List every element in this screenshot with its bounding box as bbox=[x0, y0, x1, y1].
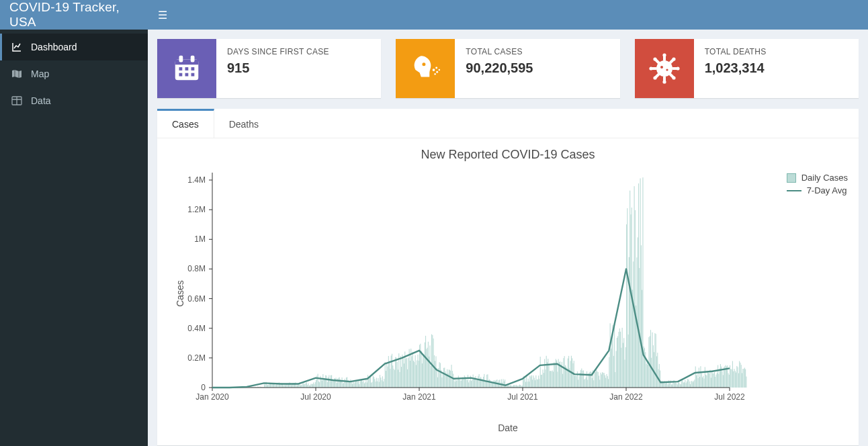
svg-rect-540 bbox=[647, 361, 648, 388]
svg-rect-339 bbox=[474, 378, 474, 388]
svg-rect-454 bbox=[572, 363, 573, 388]
svg-rect-278 bbox=[421, 351, 422, 388]
svg-rect-316 bbox=[453, 380, 454, 388]
svg-rect-495 bbox=[608, 379, 609, 388]
svg-rect-424 bbox=[547, 362, 548, 388]
svg-rect-508 bbox=[619, 328, 620, 388]
svg-rect-470 bbox=[587, 371, 587, 388]
svg-rect-651 bbox=[742, 369, 743, 388]
svg-rect-343 bbox=[477, 380, 478, 388]
svg-rect-341 bbox=[475, 376, 476, 388]
svg-rect-239 bbox=[388, 367, 388, 388]
svg-rect-97 bbox=[265, 385, 265, 388]
svg-rect-347 bbox=[480, 377, 481, 388]
svg-rect-141 bbox=[303, 383, 304, 388]
svg-rect-201 bbox=[355, 382, 355, 388]
svg-rect-551 bbox=[656, 356, 657, 388]
svg-point-34 bbox=[660, 66, 663, 69]
tab-cases[interactable]: Cases bbox=[157, 109, 214, 138]
svg-rect-152 bbox=[312, 384, 313, 388]
svg-rect-460 bbox=[578, 380, 578, 388]
svg-rect-625 bbox=[720, 364, 721, 388]
svg-rect-271 bbox=[415, 355, 416, 388]
svg-rect-247 bbox=[394, 370, 395, 388]
svg-rect-619 bbox=[715, 377, 715, 388]
svg-rect-437 bbox=[558, 359, 559, 388]
svg-rect-634 bbox=[728, 373, 728, 388]
svg-rect-548 bbox=[654, 352, 654, 388]
svg-rect-216 bbox=[367, 375, 368, 388]
menu-toggle-button[interactable]: ☰ bbox=[148, 0, 177, 30]
cough-icon bbox=[396, 39, 455, 98]
svg-rect-154 bbox=[314, 384, 314, 388]
svg-rect-401 bbox=[527, 382, 527, 388]
sidebar-item-map[interactable]: Map bbox=[0, 60, 148, 87]
svg-rect-386 bbox=[514, 385, 515, 388]
svg-rect-196 bbox=[350, 380, 351, 388]
tab-deaths[interactable]: Deaths bbox=[214, 109, 273, 138]
svg-rect-204 bbox=[357, 382, 358, 388]
svg-rect-586 bbox=[687, 382, 687, 388]
svg-rect-519 bbox=[629, 257, 630, 388]
svg-rect-288 bbox=[429, 345, 430, 388]
svg-rect-421 bbox=[544, 359, 545, 388]
svg-text:Jan 2022: Jan 2022 bbox=[609, 392, 643, 402]
svg-rect-283 bbox=[425, 336, 426, 388]
svg-rect-423 bbox=[546, 356, 547, 388]
svg-rect-179 bbox=[336, 377, 337, 388]
svg-rect-364 bbox=[495, 381, 496, 388]
svg-rect-502 bbox=[614, 326, 615, 388]
svg-rect-175 bbox=[332, 381, 333, 388]
svg-rect-501 bbox=[613, 356, 614, 388]
svg-rect-211 bbox=[363, 381, 364, 388]
svg-rect-265 bbox=[410, 361, 410, 388]
svg-rect-611 bbox=[708, 373, 709, 388]
svg-rect-623 bbox=[718, 374, 719, 388]
svg-rect-531 bbox=[639, 268, 640, 388]
sidebar-item-data[interactable]: Data bbox=[0, 87, 148, 114]
svg-rect-108 bbox=[274, 384, 275, 388]
svg-rect-400 bbox=[526, 376, 527, 388]
svg-point-26 bbox=[662, 53, 666, 56]
svg-rect-458 bbox=[576, 376, 577, 388]
svg-rect-4 bbox=[191, 56, 195, 62]
svg-rect-221 bbox=[372, 382, 372, 388]
svg-rect-555 bbox=[660, 371, 660, 388]
svg-rect-191 bbox=[346, 377, 347, 388]
svg-rect-581 bbox=[682, 380, 683, 388]
map-icon bbox=[11, 69, 23, 79]
svg-rect-467 bbox=[584, 380, 584, 388]
card-total-deaths: TOTAL DEATHS 1,023,314 bbox=[635, 39, 859, 98]
svg-rect-320 bbox=[457, 380, 458, 388]
svg-rect-8 bbox=[179, 73, 183, 77]
svg-point-14 bbox=[437, 71, 439, 73]
svg-rect-513 bbox=[623, 338, 624, 388]
svg-text:0.6M: 0.6M bbox=[187, 294, 206, 304]
svg-rect-277 bbox=[420, 344, 421, 388]
svg-text:Jul 2022: Jul 2022 bbox=[714, 392, 745, 402]
svg-rect-393 bbox=[520, 385, 521, 388]
svg-rect-564 bbox=[668, 385, 668, 388]
svg-rect-208 bbox=[361, 380, 361, 388]
svg-rect-174 bbox=[331, 375, 332, 388]
svg-rect-608 bbox=[705, 375, 706, 388]
svg-rect-241 bbox=[389, 361, 390, 388]
svg-rect-353 bbox=[486, 381, 486, 388]
svg-rect-186 bbox=[342, 377, 343, 388]
svg-text:Jan 2020: Jan 2020 bbox=[196, 392, 229, 402]
svg-rect-585 bbox=[686, 383, 687, 388]
svg-rect-240 bbox=[388, 356, 389, 388]
chart-plot: Cases 00.2M0.4M0.6M0.8M1M1.2M1.4MJan 202… bbox=[165, 166, 851, 421]
legend-swatch-line bbox=[787, 190, 801, 191]
calendar-icon bbox=[157, 39, 216, 98]
svg-rect-229 bbox=[379, 382, 380, 388]
svg-rect-447 bbox=[566, 370, 567, 388]
sidebar-item-label: Data bbox=[31, 95, 51, 106]
svg-rect-514 bbox=[624, 359, 625, 388]
svg-rect-163 bbox=[322, 380, 322, 388]
sidebar-item-dashboard[interactable]: Dashboard bbox=[0, 34, 148, 60]
svg-rect-167 bbox=[325, 375, 326, 388]
svg-rect-226 bbox=[376, 377, 377, 388]
svg-rect-123 bbox=[288, 384, 288, 388]
svg-rect-133 bbox=[296, 385, 296, 388]
